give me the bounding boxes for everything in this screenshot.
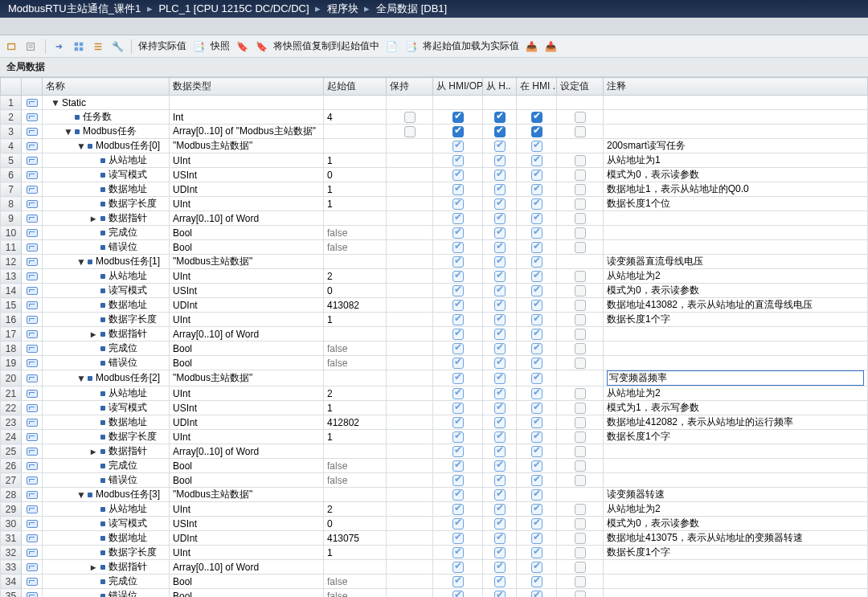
var-init[interactable]: false (324, 341, 387, 356)
checkbox-checked-icon[interactable] (531, 242, 542, 253)
var-init[interactable] (324, 255, 387, 269)
var-init[interactable]: 1 (324, 313, 387, 327)
var-type[interactable]: "Modbus主站数据" (170, 370, 324, 386)
var-type[interactable]: UInt (170, 546, 324, 560)
var-type[interactable]: USInt (170, 284, 324, 298)
row-number[interactable]: 6 (1, 168, 22, 182)
var-name[interactable]: 数据字长度 (108, 313, 157, 326)
checkbox-checked-icon[interactable] (452, 256, 464, 268)
table-row[interactable]: 28▼Modbus任务[3]"Modbus主站数据"读变频器转速 (1, 488, 868, 502)
checkbox-checked-icon[interactable] (452, 489, 464, 501)
header-type[interactable]: 数据类型 (170, 78, 324, 96)
arrow-right-icon[interactable] (52, 39, 67, 54)
checkbox-checked-icon[interactable] (531, 403, 542, 414)
chevron-down-icon[interactable]: ▼ (63, 126, 72, 137)
checkbox-checked-icon[interactable] (452, 242, 464, 253)
checkbox-checked-icon[interactable] (531, 329, 542, 340)
var-init[interactable]: 1 (324, 197, 387, 211)
var-comment[interactable] (604, 560, 868, 575)
var-init[interactable]: 1 (324, 153, 387, 168)
checkbox-unchecked-icon[interactable] (575, 184, 586, 195)
crumb-2[interactable]: 程序块 (327, 2, 358, 14)
checkbox-unchecked-icon[interactable] (575, 358, 586, 369)
row-number[interactable]: 10 (1, 226, 22, 240)
crumb-3[interactable]: 全局数据 [DB1] (376, 2, 447, 14)
var-name[interactable]: Modbus任务[1] (96, 255, 160, 268)
checkbox-checked-icon[interactable] (452, 504, 464, 515)
checkbox-checked-icon[interactable] (494, 184, 506, 195)
header-set[interactable]: 设定值 (557, 78, 604, 96)
checkbox-unchecked-icon[interactable] (575, 271, 586, 282)
var-init[interactable]: 4 (324, 110, 387, 125)
checkbox-checked-icon[interactable] (531, 591, 542, 597)
checkbox-checked-icon[interactable] (531, 227, 542, 239)
table-row[interactable]: 31数据地址UDInt413075数据地址413075，表示从站地址的变频器转速 (1, 531, 868, 546)
checkbox-unchecked-icon[interactable] (575, 504, 586, 515)
tool-icon[interactable] (24, 39, 39, 54)
checkbox-checked-icon[interactable] (494, 431, 506, 443)
checkbox-unchecked-icon[interactable] (575, 403, 586, 414)
var-name[interactable]: 从站地址 (108, 153, 147, 167)
var-type[interactable]: UDInt (170, 415, 324, 430)
crumb-0[interactable]: ModbusRTU主站通信_课件1 (8, 2, 141, 14)
var-name[interactable]: Modbus任务[2] (96, 371, 160, 385)
var-name[interactable]: 数据地址 (108, 182, 147, 196)
checkbox-checked-icon[interactable] (531, 562, 542, 573)
var-type[interactable]: Bool (170, 341, 324, 356)
var-comment[interactable]: 数据长度1个位 (604, 197, 868, 211)
table-row[interactable]: 32数据字长度UInt1数据长度1个字 (1, 546, 868, 560)
table-row[interactable]: 4▼Modbus任务[0]"Modbus主站数据"200smart读写任务 (1, 139, 868, 153)
table-row[interactable]: 26完成位Boolfalse (1, 459, 868, 473)
checkbox-unchecked-icon[interactable] (575, 155, 586, 166)
toolbar-copy-snapshot[interactable]: 将快照值复制到起始值中 (273, 39, 379, 53)
checkbox-checked-icon[interactable] (452, 547, 464, 558)
var-init[interactable]: 1 (324, 182, 387, 197)
var-init[interactable]: 413082 (324, 298, 387, 313)
var-type[interactable]: UInt (170, 269, 324, 284)
var-init[interactable] (324, 96, 387, 110)
var-comment[interactable]: 数据地址412082，表示从站地址的运行频率 (604, 415, 868, 430)
checkbox-checked-icon[interactable] (452, 576, 464, 587)
row-number[interactable]: 25 (1, 444, 22, 459)
row-number[interactable]: 20 (1, 370, 22, 386)
checkbox-checked-icon[interactable] (531, 285, 542, 296)
checkbox-checked-icon[interactable] (494, 403, 506, 414)
checkbox-unchecked-icon[interactable] (575, 591, 586, 597)
checkbox-unchecked-icon[interactable] (575, 446, 586, 457)
row-number[interactable]: 12 (1, 255, 22, 269)
var-comment[interactable] (604, 211, 868, 226)
var-comment[interactable]: 数据长度1个字 (604, 546, 868, 560)
var-name[interactable]: 数据字长度 (108, 430, 157, 444)
var-init[interactable] (324, 125, 387, 139)
table-row[interactable]: 12▼Modbus任务[1]"Modbus主站数据"读变频器直流母线电压 (1, 255, 868, 269)
var-name[interactable]: 从站地址 (108, 269, 147, 283)
checkbox-unchecked-icon[interactable] (575, 126, 586, 137)
grid-icon[interactable] (72, 39, 86, 54)
checkbox-checked-icon[interactable] (452, 533, 464, 544)
table-row[interactable]: 3▼Modbus任务Array[0..10] of "Modbus主站数据" (1, 125, 868, 139)
checkbox-checked-icon[interactable] (531, 155, 542, 166)
checkbox-unchecked-icon[interactable] (575, 329, 586, 340)
chevron-down-icon[interactable]: ▼ (76, 489, 84, 501)
var-name[interactable]: 数据地址 (108, 415, 147, 429)
checkbox-checked-icon[interactable] (531, 533, 542, 544)
tool-icon[interactable]: 📥 (524, 39, 538, 54)
var-init[interactable]: 0 (324, 517, 387, 531)
checkbox-unchecked-icon[interactable] (575, 562, 586, 573)
var-init[interactable]: 1 (324, 546, 387, 560)
var-type[interactable]: "Modbus主站数据" (170, 255, 324, 269)
header-hmi3[interactable]: 在 HMI ... (517, 78, 557, 96)
var-name[interactable]: 数据指针 (108, 560, 147, 574)
checkbox-checked-icon[interactable] (494, 126, 506, 137)
checkbox-unchecked-icon[interactable] (404, 126, 416, 137)
var-name[interactable]: 完成位 (108, 459, 137, 472)
table-row[interactable]: 20▼Modbus任务[2]"Modbus主站数据"写变频器频率 (1, 370, 868, 386)
var-name[interactable]: 完成位 (108, 341, 137, 355)
var-comment[interactable]: 数据地址413082，表示从站地址的直流母线电压 (604, 298, 868, 313)
var-init[interactable] (324, 444, 387, 459)
checkbox-checked-icon[interactable] (494, 562, 506, 573)
var-init[interactable]: 412802 (324, 415, 387, 430)
row-number[interactable]: 18 (1, 341, 22, 356)
var-name[interactable]: 错误位 (108, 356, 137, 370)
checkbox-unchecked-icon[interactable] (575, 518, 586, 530)
